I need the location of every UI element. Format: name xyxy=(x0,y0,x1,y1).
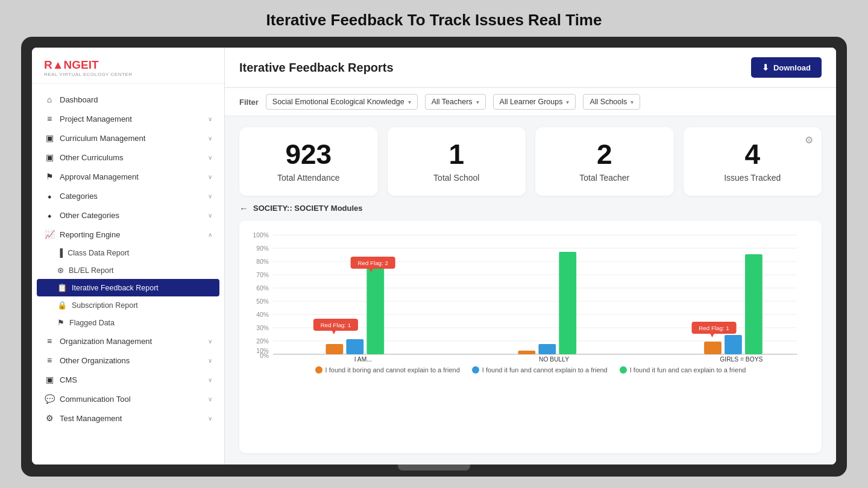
filter-bar: Filter Social Emotional Ecological Knowl… xyxy=(225,88,836,116)
svg-text:80%: 80% xyxy=(256,258,269,265)
legend-fun-explain: I found it fun and can explain to a frie… xyxy=(620,366,746,374)
chevron-icon: ∨ xyxy=(208,377,212,383)
filter-learner-groups-select[interactable]: All Learner Groups ▾ xyxy=(493,94,576,110)
reporting-icon: 📈 xyxy=(44,230,55,239)
sidebar-item-other-categories[interactable]: ⬥ Other Categories ∨ xyxy=(32,205,224,225)
download-button[interactable]: ⬇ Download xyxy=(751,57,822,78)
download-icon: ⬇ xyxy=(762,63,769,72)
svg-text:50%: 50% xyxy=(256,298,269,305)
sidebar-label-organization-management: Organization Management xyxy=(60,337,152,346)
filter-category-select[interactable]: Social Emotional Ecological Knowledge ▾ xyxy=(266,94,418,110)
class-data-icon: ▐ xyxy=(57,248,63,257)
svg-rect-23 xyxy=(366,261,384,354)
stat-number-teacher: 2 xyxy=(597,140,612,168)
legend-dot-fun-no-explain xyxy=(472,366,479,374)
sidebar-label-other-organizations: Other Organizations xyxy=(60,356,130,365)
cms-icon: ▣ xyxy=(44,375,55,384)
sidebar-item-test-management[interactable]: ⚙ Test Management ∨ xyxy=(32,408,224,428)
sidebar-item-curriculum-management[interactable]: ▣ Curriculum Management ∨ xyxy=(32,128,224,148)
svg-text:30%: 30% xyxy=(256,325,269,331)
sidebar-label-iterative-feedback-report: Iterative Feedback Report xyxy=(72,284,159,292)
sidebar-label-project-management: Project Management xyxy=(60,114,132,124)
stat-number-school: 1 xyxy=(448,140,464,168)
stat-card-total-attendance: 923 Total Attendance xyxy=(239,127,378,196)
approval-icon: ⚑ xyxy=(44,172,55,181)
sidebar-item-bl-el-report[interactable]: ⊛ BL/EL Report xyxy=(32,261,224,279)
legend-fun-no-explain: I found it fun and cannot explain to a f… xyxy=(472,366,608,374)
sidebar-label-reporting-engine: Reporting Engine xyxy=(60,230,120,239)
stat-card-total-teacher: 2 Total Teacher xyxy=(535,127,674,196)
back-arrow-icon[interactable]: ← xyxy=(239,203,248,213)
sidebar-item-other-curriculums[interactable]: ▣ Other Curriculums ∨ xyxy=(32,148,224,167)
monitor-stand xyxy=(398,465,470,471)
chevron-icon: ∨ xyxy=(208,396,212,402)
organization-icon: ≡ xyxy=(44,336,55,346)
filter-teachers-value: All Teachers xyxy=(432,98,473,106)
home-icon: ⌂ xyxy=(44,95,55,104)
chart-legend: I found it boring and cannot explain to … xyxy=(251,366,810,374)
sidebar-label-other-categories: Other Categories xyxy=(60,211,119,220)
sidebar-item-other-organizations[interactable]: ≡ Other Organizations ∨ xyxy=(32,351,224,370)
sidebar-label-bl-el-report: BL/EL Report xyxy=(69,266,114,275)
sidebar-item-categories[interactable]: ⬥ Categories ∨ xyxy=(32,186,224,205)
sidebar-item-communication-tool[interactable]: 💬 Communication Tool ∨ xyxy=(32,389,224,408)
bar-chart: 100% 90% 80% 70% 60% 50% 40% 30% 20% 10%… xyxy=(251,230,810,363)
svg-rect-36 xyxy=(725,335,742,354)
sidebar-label-cms: CMS xyxy=(60,375,77,384)
svg-text:Red Flag: 2: Red Flag: 2 xyxy=(357,260,388,266)
chevron-icon: ∨ xyxy=(208,212,212,219)
sidebar-item-project-management[interactable]: ≡ Project Management ∨ xyxy=(32,109,224,128)
legend-label-fun-no-explain: I found it fun and cannot explain to a f… xyxy=(482,366,608,374)
stat-number-attendance: 923 xyxy=(285,140,332,168)
dropdown-arrow-icon: ▾ xyxy=(408,99,411,105)
dropdown-arrow-icon: ▾ xyxy=(631,99,634,105)
svg-text:I AM...: I AM... xyxy=(354,356,372,363)
sidebar-item-dashboard[interactable]: ⌂ Dashboard xyxy=(32,90,224,109)
other-org-icon: ≡ xyxy=(44,355,55,365)
bl-el-icon: ⊛ xyxy=(57,266,64,275)
chevron-icon: ∨ xyxy=(208,338,212,345)
filter-teachers-select[interactable]: All Teachers ▾ xyxy=(425,94,486,110)
sidebar-label-flagged-data: Flagged Data xyxy=(69,319,115,327)
chevron-icon: ∨ xyxy=(208,357,212,364)
other-curriculum-icon: ▣ xyxy=(44,152,55,162)
gear-icon[interactable]: ⚙ xyxy=(805,134,813,146)
main-header: Iterative Feedback Reports ⬇ Download xyxy=(225,48,836,88)
legend-dot-fun-explain xyxy=(620,366,627,374)
breadcrumb-text: SOCIETY:: SOCIETY Modules xyxy=(253,204,363,213)
stats-row: 923 Total Attendance 1 Total School 2 To… xyxy=(225,116,836,203)
sidebar-item-flagged-data[interactable]: ⚑ Flagged Data xyxy=(32,314,224,331)
filter-schools-value: All Schools xyxy=(590,98,627,106)
sidebar-item-class-data-report[interactable]: ▐ Class Data Report xyxy=(32,244,224,261)
monitor-outer: R▲NGEIT REAL VIRTUAL ECOLOGY CENTER ⌂ Da… xyxy=(21,37,847,477)
dropdown-arrow-icon: ▾ xyxy=(476,99,479,105)
svg-marker-26 xyxy=(332,331,336,334)
sidebar-label-communication-tool: Communication Tool xyxy=(60,395,131,404)
sidebar-item-reporting-engine[interactable]: 📈 Reporting Engine ∧ xyxy=(32,225,224,244)
download-label: Download xyxy=(773,63,811,72)
svg-text:20%: 20% xyxy=(256,338,269,345)
flagged-icon: ⚑ xyxy=(57,318,64,327)
filter-schools-select[interactable]: All Schools ▾ xyxy=(583,94,640,110)
sidebar-item-approval-management[interactable]: ⚑ Approval Management ∨ xyxy=(32,167,224,186)
sidebar-item-cms[interactable]: ▣ CMS ∨ xyxy=(32,370,224,389)
chart-area: 100% 90% 80% 70% 60% 50% 40% 30% 20% 10%… xyxy=(251,230,810,363)
sidebar-label-other-curriculums: Other Curriculums xyxy=(60,153,123,162)
categories-icon: ⬥ xyxy=(44,191,55,201)
svg-text:70%: 70% xyxy=(256,272,269,278)
sidebar-item-subscription-report[interactable]: 🔒 Subscription Report xyxy=(32,296,224,314)
filter-label: Filter xyxy=(239,98,259,107)
svg-rect-32 xyxy=(538,344,556,354)
svg-text:Red Flag: 1: Red Flag: 1 xyxy=(699,325,729,331)
stat-number-issues: 4 xyxy=(744,140,760,168)
sidebar-item-iterative-feedback-report[interactable]: 📋 Iterative Feedback Report xyxy=(37,279,219,296)
sidebar-item-organization-management[interactable]: ≡ Organization Management ∨ xyxy=(32,331,224,351)
svg-text:Red Flag: 1: Red Flag: 1 xyxy=(321,322,351,328)
stat-label-attendance: Total Attendance xyxy=(277,173,340,183)
chart-breadcrumb: ← SOCIETY:: SOCIETY Modules xyxy=(239,203,822,213)
svg-marker-40 xyxy=(710,334,714,337)
svg-rect-35 xyxy=(704,342,722,354)
svg-text:NO BULLY: NO BULLY xyxy=(539,356,569,363)
stat-card-total-school: 1 Total School xyxy=(388,127,526,196)
chevron-icon: ∨ xyxy=(208,154,212,161)
